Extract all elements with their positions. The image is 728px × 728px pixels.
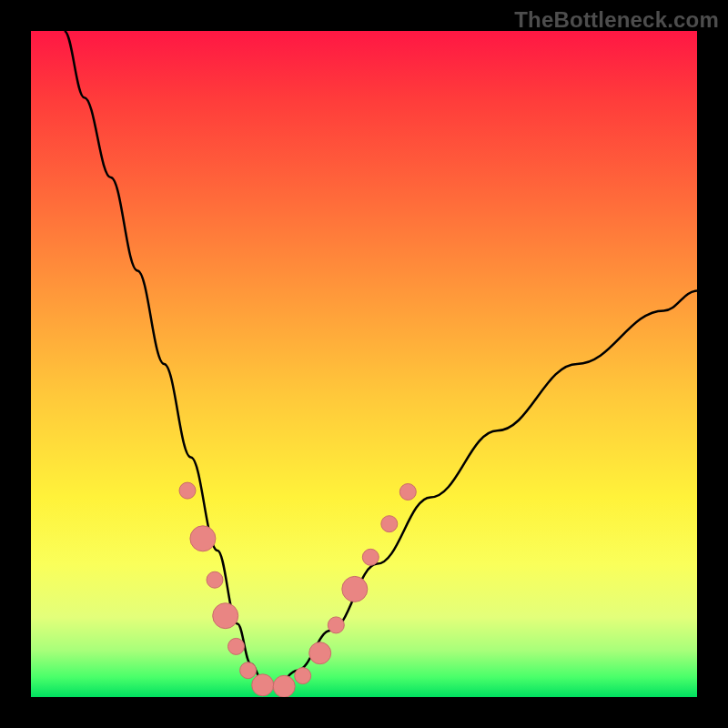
data-marker	[342, 576, 368, 602]
data-marker	[190, 526, 216, 551]
bottleneck-curve	[65, 31, 697, 683]
curve-layer	[65, 31, 697, 683]
data-marker	[381, 516, 398, 532]
watermark-text: TheBottleneck.com	[514, 7, 719, 33]
data-marker	[295, 668, 311, 684]
chart-frame: TheBottleneck.com	[0, 0, 728, 728]
data-marker	[273, 675, 295, 697]
data-marker	[309, 642, 331, 664]
data-marker	[399, 484, 416, 500]
data-marker	[179, 482, 196, 499]
data-marker	[228, 638, 245, 654]
data-marker	[213, 603, 238, 629]
chart-svg	[31, 31, 697, 697]
data-marker	[328, 617, 344, 633]
plot-area	[31, 31, 697, 697]
data-marker	[207, 571, 223, 588]
data-marker	[252, 674, 274, 696]
data-marker	[240, 662, 257, 679]
marker-layer	[179, 482, 416, 697]
data-marker	[362, 549, 379, 565]
